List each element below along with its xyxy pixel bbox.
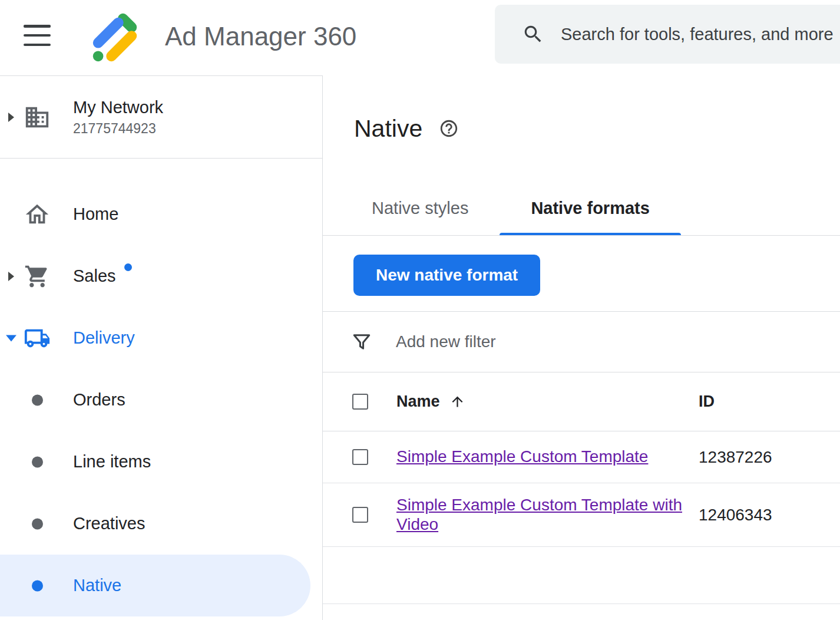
tab-bar: Native styles Native formats [323, 182, 840, 236]
sidebar-item-label: Delivery [73, 328, 135, 348]
filter-label: Add new filter [396, 332, 496, 351]
notification-dot [124, 263, 132, 271]
row-checkbox[interactable] [352, 507, 368, 523]
sidebar-item-label: Line items [73, 452, 151, 471]
expand-right-icon [8, 272, 14, 281]
sidebar-item-label: Creatives [73, 514, 145, 533]
sidebar-item-label: Sales [73, 266, 116, 286]
select-all-checkbox[interactable] [352, 394, 368, 410]
building-icon [24, 104, 51, 131]
table-row: Simple Example Custom Template with Vide… [323, 483, 840, 547]
search-bar[interactable]: Search for tools, features, and more [495, 5, 840, 64]
app-title: Ad Manager 360 [165, 22, 356, 51]
table-row: Simple Example Custom Template 12387226 [323, 431, 840, 483]
sidebar-item-native[interactable]: Native [0, 555, 310, 616]
row-id: 12387226 [699, 448, 840, 467]
native-format-link[interactable]: Simple Example Custom Template [396, 447, 648, 466]
sidebar: My Network 21775744923 Home Sales [0, 75, 323, 620]
sidebar-item-delivery[interactable]: Delivery [0, 307, 322, 369]
sidebar-item-label: Native [73, 576, 121, 595]
network-selector[interactable]: My Network 21775744923 [0, 76, 322, 159]
column-header-id[interactable]: ID [699, 393, 840, 411]
bullet-icon [32, 394, 43, 405]
collapse-down-icon [6, 335, 16, 341]
bullet-icon [32, 518, 43, 529]
network-code: 21775744923 [73, 121, 163, 137]
bullet-icon [32, 456, 43, 467]
native-format-link[interactable]: Simple Example Custom Template with Vide… [396, 496, 682, 533]
truck-icon [24, 325, 51, 352]
page-title: Native [354, 115, 422, 143]
column-header-name[interactable]: Name [396, 393, 440, 411]
sort-ascending-icon[interactable] [449, 394, 465, 410]
search-icon [522, 23, 544, 45]
table-empty-space [323, 547, 840, 604]
sidebar-item-label: Orders [73, 390, 125, 410]
hamburger-menu-button[interactable] [24, 25, 51, 46]
filter-icon [351, 331, 372, 352]
row-checkbox[interactable] [352, 449, 368, 465]
page-header: Native [323, 75, 840, 182]
table-header-row: Name ID [323, 372, 840, 431]
top-bar: Ad Manager 360 Search for tools, feature… [0, 0, 840, 75]
ad-manager-logo-icon [87, 9, 143, 65]
main-content: Native Native styles Native formats New … [323, 75, 840, 620]
row-id: 12406343 [699, 506, 840, 525]
network-name: My Network [73, 98, 163, 117]
sidebar-item-sales[interactable]: Sales [0, 245, 322, 307]
sidebar-item-creatives[interactable]: Creatives [0, 493, 322, 555]
filter-bar[interactable]: Add new filter [323, 311, 840, 372]
expand-right-icon [8, 113, 14, 122]
bullet-icon [32, 580, 43, 591]
app-root: Ad Manager 360 Search for tools, feature… [0, 0, 840, 620]
sidebar-item-label: Home [73, 205, 118, 224]
search-placeholder: Search for tools, features, and more [561, 25, 834, 44]
tab-native-styles[interactable]: Native styles [340, 182, 500, 235]
sidebar-nav: Home Sales Delivery Orders [0, 159, 322, 616]
sidebar-item-line-items[interactable]: Line items [0, 431, 322, 493]
sidebar-item-home[interactable]: Home [0, 183, 322, 245]
cart-icon [24, 263, 51, 290]
sidebar-item-orders[interactable]: Orders [0, 369, 322, 431]
tab-native-formats[interactable]: Native formats [500, 182, 680, 235]
help-icon[interactable] [439, 118, 459, 138]
home-icon [24, 201, 51, 228]
new-native-format-button[interactable]: New native format [353, 255, 540, 296]
